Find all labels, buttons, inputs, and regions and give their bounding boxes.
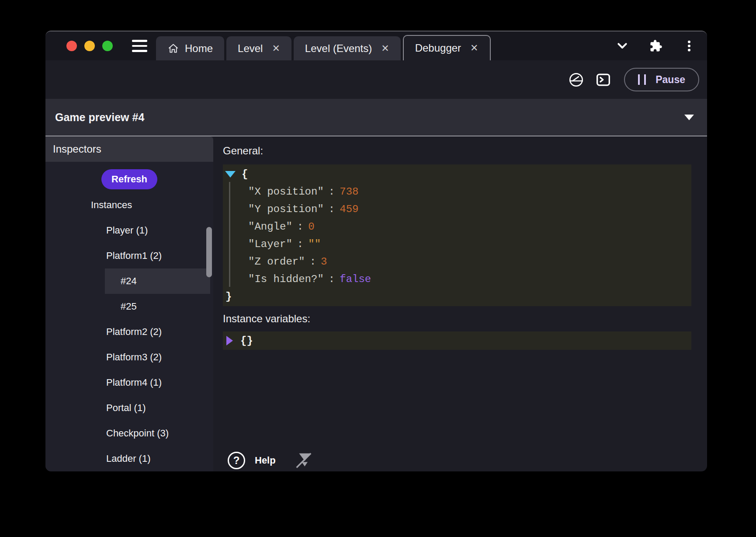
property-row: "X position":738 xyxy=(223,183,691,200)
sidebar-scrollbar[interactable] xyxy=(206,227,212,277)
help-label: Help xyxy=(255,455,276,466)
tabs: Home Level ✕ Level (Events) ✕ Debugger ✕ xyxy=(156,31,491,60)
pause-icon xyxy=(638,74,646,85)
tab-bar: Home Level ✕ Level (Events) ✕ Debugger ✕ xyxy=(45,31,707,60)
tree-item-platform1[interactable]: Platform1 (2) xyxy=(45,243,213,268)
home-icon xyxy=(167,42,179,54)
pause-button[interactable]: Pause xyxy=(624,68,699,91)
close-tab-icon[interactable]: ✕ xyxy=(272,43,280,54)
tree-item-checkpoint[interactable]: Checkpoint (3) xyxy=(45,421,213,446)
property-row: "Y position":459 xyxy=(223,200,691,218)
chevron-down-icon[interactable] xyxy=(615,39,629,53)
tab-level-events[interactable]: Level (Events) ✕ xyxy=(294,36,401,60)
collapse-triangle-icon[interactable] xyxy=(225,171,236,178)
tab-label: Level xyxy=(238,42,263,55)
traffic-lights xyxy=(66,41,113,51)
property-row: "Z order":3 xyxy=(223,253,691,270)
profiler-gauge-icon[interactable] xyxy=(568,72,584,88)
debugger-content: Inspectors Refresh Instances Player (1) … xyxy=(45,136,707,471)
debugger-window: Home Level ✕ Level (Events) ✕ Debugger ✕ xyxy=(45,31,707,471)
debugger-toolbar: Pause xyxy=(45,60,707,99)
game-preview-title: Game preview #4 xyxy=(55,111,144,124)
instance-variables-panel: {} xyxy=(223,331,691,350)
tree-item-platform4[interactable]: Platform4 (1) xyxy=(45,370,213,395)
open-brace: { xyxy=(242,168,248,180)
instances-tree: Instances Player (1) Platform1 (2) #24 #… xyxy=(45,192,213,471)
help-icon[interactable]: ? xyxy=(228,452,245,469)
general-label: General: xyxy=(223,144,691,157)
indent-guide xyxy=(229,182,230,287)
close-window-button[interactable] xyxy=(66,41,77,51)
pause-label: Pause xyxy=(655,74,685,86)
minimize-window-button[interactable] xyxy=(84,41,95,51)
tree-item-platform3[interactable]: Platform3 (2) xyxy=(45,345,213,370)
kebab-menu-icon[interactable] xyxy=(683,39,696,52)
tab-label: Home xyxy=(185,42,213,55)
property-row: "Layer":"" xyxy=(223,235,691,253)
dropdown-triangle-icon[interactable] xyxy=(684,115,694,120)
tab-home[interactable]: Home xyxy=(156,36,224,60)
main-menu-icon[interactable] xyxy=(132,40,147,52)
game-preview-header[interactable]: Game preview #4 xyxy=(45,99,707,136)
footer: ? Help xyxy=(228,450,313,471)
expand-triangle-icon[interactable] xyxy=(226,336,233,345)
sidebar-header: Inspectors xyxy=(45,136,213,162)
extensions-puzzle-icon[interactable] xyxy=(649,39,662,52)
instance-inspector: General: { "X position":738 "Y position"… xyxy=(213,136,707,471)
refresh-button[interactable]: Refresh xyxy=(101,169,157,189)
tab-bar-actions xyxy=(615,39,696,53)
tab-debugger[interactable]: Debugger ✕ xyxy=(403,35,491,60)
close-tab-icon[interactable]: ✕ xyxy=(470,42,478,54)
close-tab-icon[interactable]: ✕ xyxy=(381,43,389,54)
tree-item-platform2[interactable]: Platform2 (2) xyxy=(45,319,213,345)
close-brace: } xyxy=(225,291,232,303)
empty-object: {} xyxy=(240,335,253,347)
tree-item-player[interactable]: Player (1) xyxy=(45,218,213,243)
tree-item-instances[interactable]: Instances xyxy=(45,192,213,218)
tab-label: Debugger xyxy=(415,42,461,54)
tree-item-portal[interactable]: Portal (1) xyxy=(45,395,213,421)
zoom-window-button[interactable] xyxy=(102,41,113,51)
profiler-off-icon[interactable] xyxy=(293,450,313,471)
instance-variables-label: Instance variables: xyxy=(223,312,691,325)
tab-level[interactable]: Level ✕ xyxy=(226,36,291,60)
tab-label: Level (Events) xyxy=(305,42,372,55)
tree-item-instance-25[interactable]: #25 xyxy=(45,294,213,319)
tree-item-ladder[interactable]: Ladder (1) xyxy=(45,446,213,471)
general-properties-panel: { "X position":738 "Y position":459 "Ang… xyxy=(223,164,691,306)
property-row: "Angle":0 xyxy=(223,218,691,235)
console-icon[interactable] xyxy=(596,72,611,87)
inspectors-sidebar: Inspectors Refresh Instances Player (1) … xyxy=(45,136,213,471)
property-row: "Is hidden?":false xyxy=(223,270,691,288)
tree-item-instance-24[interactable]: #24 xyxy=(105,268,210,294)
